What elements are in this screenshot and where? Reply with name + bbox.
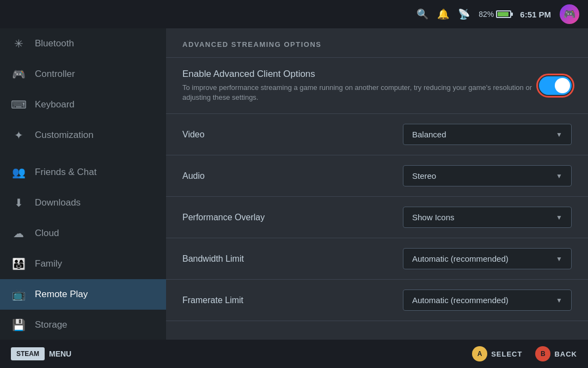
performance-overlay-setting-row: Performance Overlay Show Icons ▼ bbox=[166, 197, 588, 238]
battery-indicator: 82% bbox=[479, 10, 511, 19]
toggle-switch-wrap bbox=[539, 76, 572, 95]
broadcast-icon[interactable]: 📡 bbox=[458, 8, 470, 20]
performance-overlay-value: Show Icons bbox=[412, 213, 550, 222]
framerate-limit-select[interactable]: Automatic (recommended) ▼ bbox=[403, 289, 572, 311]
menu-label: MENU bbox=[49, 349, 71, 358]
top-bar: 🔍 🔔 📡 82% 6:51 PM 🎮 bbox=[0, 0, 588, 28]
sidebar-item-label: Customization bbox=[35, 130, 94, 141]
video-label: Video bbox=[182, 130, 205, 140]
chevron-down-icon: ▼ bbox=[556, 297, 562, 304]
content-area: ADVANCED STREAMING OPTIONS Enable Advanc… bbox=[166, 28, 588, 340]
audio-select[interactable]: Stereo ▼ bbox=[403, 165, 572, 186]
sidebar-item-cloud[interactable]: ☁ Cloud bbox=[0, 218, 166, 249]
video-select[interactable]: Balanced ▼ bbox=[403, 124, 572, 145]
avatar[interactable]: 🎮 bbox=[560, 4, 579, 24]
sidebar-item-label: Cloud bbox=[35, 228, 59, 239]
performance-overlay-label: Performance Overlay bbox=[182, 213, 265, 222]
bluetooth-icon: ✳ bbox=[11, 36, 26, 51]
steam-button[interactable]: STEAM bbox=[11, 347, 45, 360]
main-layout: ✳ Bluetooth 🎮 Controller ⌨ Keyboard ✦ Cu… bbox=[0, 28, 588, 340]
downloads-icon: ⬇ bbox=[11, 195, 26, 210]
sidebar-item-label: Storage bbox=[35, 319, 68, 330]
sidebar-item-remote-play[interactable]: 📺 Remote Play bbox=[0, 279, 166, 310]
chevron-down-icon: ▼ bbox=[556, 214, 562, 221]
remote-play-icon: 📺 bbox=[11, 287, 26, 302]
notification-icon[interactable]: 🔔 bbox=[437, 8, 449, 20]
clock: 6:51 PM bbox=[520, 10, 551, 19]
chevron-down-icon: ▼ bbox=[556, 172, 562, 180]
toggle-info: Enable Advanced Client Options To improv… bbox=[182, 69, 539, 102]
toggle-description: To improve performance streaming a game … bbox=[182, 83, 539, 102]
sidebar-item-controller[interactable]: 🎮 Controller bbox=[0, 59, 166, 89]
select-action: A SELECT bbox=[472, 346, 522, 361]
bandwidth-limit-setting-row: Bandwidth Limit Automatic (recommended) … bbox=[166, 238, 588, 280]
sidebar-item-downloads[interactable]: ⬇ Downloads bbox=[0, 188, 166, 218]
toggle-title: Enable Advanced Client Options bbox=[182, 69, 539, 80]
sidebar-item-label: Keyboard bbox=[35, 99, 75, 110]
toggle-knob bbox=[555, 78, 570, 93]
audio-setting-row: Audio Stereo ▼ bbox=[166, 155, 588, 197]
sidebar-item-bluetooth[interactable]: ✳ Bluetooth bbox=[0, 28, 166, 59]
audio-label: Audio bbox=[182, 171, 205, 181]
b-button[interactable]: B bbox=[535, 346, 550, 361]
section-header: ADVANCED STREAMING OPTIONS bbox=[166, 28, 588, 58]
enable-advanced-toggle[interactable] bbox=[539, 76, 572, 95]
customization-icon: ✦ bbox=[11, 128, 26, 143]
video-setting-row: Video Balanced ▼ bbox=[166, 114, 588, 155]
framerate-limit-value: Automatic (recommended) bbox=[412, 295, 550, 305]
sidebar-item-label: Downloads bbox=[35, 197, 81, 208]
sidebar: ✳ Bluetooth 🎮 Controller ⌨ Keyboard ✦ Cu… bbox=[0, 28, 166, 340]
sidebar-item-storage[interactable]: 💾 Storage bbox=[0, 310, 166, 340]
a-button[interactable]: A bbox=[472, 346, 487, 361]
framerate-limit-setting-row: Framerate Limit Automatic (recommended) … bbox=[166, 280, 588, 321]
sidebar-item-friends-chat[interactable]: 👥 Friends & Chat bbox=[0, 157, 166, 188]
family-icon: 👨‍👩‍👧 bbox=[11, 256, 26, 272]
back-action: B BACK bbox=[535, 346, 577, 361]
sidebar-item-keyboard[interactable]: ⌨ Keyboard bbox=[0, 89, 166, 120]
search-icon[interactable]: 🔍 bbox=[416, 8, 428, 20]
framerate-limit-label: Framerate Limit bbox=[182, 295, 243, 305]
battery-percent: 82% bbox=[479, 10, 494, 19]
sidebar-item-label: Friends & Chat bbox=[35, 167, 96, 178]
video-value: Balanced bbox=[412, 130, 550, 139]
cloud-icon: ☁ bbox=[11, 226, 26, 241]
sidebar-item-label: Controller bbox=[35, 69, 75, 80]
controller-icon: 🎮 bbox=[11, 67, 26, 82]
friends-icon: 👥 bbox=[11, 165, 26, 180]
bandwidth-limit-value: Automatic (recommended) bbox=[412, 254, 550, 263]
sidebar-item-family[interactable]: 👨‍👩‍👧 Family bbox=[0, 249, 166, 279]
keyboard-icon: ⌨ bbox=[11, 97, 26, 112]
chevron-down-icon: ▼ bbox=[556, 255, 562, 263]
toggle-row: Enable Advanced Client Options To improv… bbox=[166, 58, 588, 114]
sidebar-item-customization[interactable]: ✦ Customization bbox=[0, 120, 166, 150]
bandwidth-limit-label: Bandwidth Limit bbox=[182, 254, 244, 264]
sidebar-item-label: Family bbox=[35, 258, 62, 269]
sidebar-item-label: Remote Play bbox=[35, 289, 88, 300]
battery-icon bbox=[496, 10, 511, 18]
performance-overlay-select[interactable]: Show Icons ▼ bbox=[403, 207, 572, 228]
bottom-bar: STEAM MENU A SELECT B BACK bbox=[0, 340, 588, 368]
audio-value: Stereo bbox=[412, 171, 550, 180]
select-label: SELECT bbox=[491, 350, 522, 358]
section-title: ADVANCED STREAMING OPTIONS bbox=[182, 40, 321, 49]
bandwidth-limit-select[interactable]: Automatic (recommended) ▼ bbox=[403, 248, 572, 269]
storage-icon: 💾 bbox=[11, 317, 26, 333]
back-label: BACK bbox=[554, 350, 577, 358]
chevron-down-icon: ▼ bbox=[556, 131, 562, 138]
sidebar-item-label: Bluetooth bbox=[35, 38, 74, 49]
